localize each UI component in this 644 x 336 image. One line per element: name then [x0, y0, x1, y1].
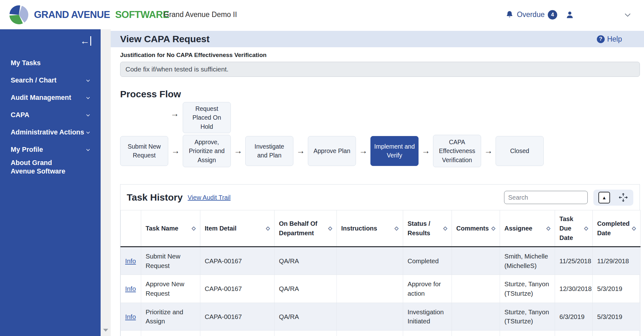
info-link[interactable]: Info — [125, 313, 136, 320]
flow-arrow-icon: → — [419, 146, 433, 156]
sidebar-item-capa[interactable]: CAPA — [11, 106, 91, 124]
user-icon[interactable] — [565, 10, 574, 19]
column-header-completed-date[interactable]: Completed Date◇ — [593, 210, 641, 247]
cell-assignee: Ivey, Jim (Jivey) — [500, 331, 555, 336]
flow-step-capa-effectiveness-verification: CAPA Effectiveness Verification — [433, 135, 481, 167]
cell-status: Investigation Initiated — [403, 303, 452, 330]
table-tools: ▲ — [593, 190, 633, 206]
sidebar-item-my-tasks[interactable]: My Tasks — [11, 54, 91, 72]
chevron-down-icon — [85, 95, 91, 101]
flow-arrow-icon: → — [356, 146, 370, 156]
info-link[interactable]: Info — [125, 257, 136, 265]
move-icon[interactable] — [618, 192, 628, 202]
logo-text: GRAND AVENUE SOFTWARE — [34, 9, 169, 20]
logo-globe-icon — [9, 5, 29, 25]
flow-arrow-icon: → — [481, 146, 496, 156]
chevron-down-icon[interactable] — [623, 10, 632, 19]
table-header-row: Task Name◇ Item Detail◇ On Behalf Of Dep… — [121, 210, 641, 247]
cell-assignee: Sturtze, Tanyon (TSturtze) — [500, 275, 555, 303]
justification-input[interactable] — [120, 62, 640, 77]
cell-instructions — [337, 247, 403, 275]
collapse-table-button[interactable]: ▲ — [598, 192, 610, 203]
justification-label: Justification for No CAPA Effectiveness … — [120, 52, 639, 59]
chevron-down-icon — [85, 129, 91, 136]
sidebar-item-search-chart[interactable]: Search / Chart — [11, 72, 91, 89]
view-audit-trail-link[interactable]: View Audit Trail — [188, 194, 230, 201]
help-link[interactable]: ? Help — [597, 35, 622, 43]
cell-comments — [452, 247, 500, 275]
sidebar-item-my-profile[interactable]: My Profile — [11, 141, 91, 158]
bell-icon — [505, 10, 514, 19]
column-header-info — [121, 210, 141, 247]
overdue-label: Overdue — [517, 10, 545, 19]
flow-step-approve-plan: Approve Plan — [308, 136, 356, 166]
cell-comments — [452, 303, 500, 330]
cell-item-detail: CAPA-00167 — [200, 331, 275, 336]
cell-item-detail: CAPA-00167 — [200, 275, 275, 303]
cell-status: Completed — [403, 331, 452, 336]
sort-icon: ◇ — [632, 225, 636, 232]
cell-item-detail: CAPA-00167 — [200, 247, 275, 275]
process-flow-title: Process Flow — [120, 89, 639, 100]
cell-task-name: Investigate — [141, 331, 200, 336]
cell-completed-date: 5/3/2019 — [593, 303, 641, 330]
cell-status: Completed — [403, 247, 452, 275]
cell-task-name: Prioritize and Assign — [141, 303, 200, 330]
sidebar-collapse-icon[interactable]: ← — [80, 36, 91, 46]
process-flow-diagram: → Request Placed On Hold Submit New Requ… — [120, 102, 639, 167]
page-title: View CAPA Request — [120, 34, 210, 44]
logo-text-software: SOFTWARE — [115, 9, 169, 20]
column-header-task-due-date[interactable]: Task Due Date◇ — [555, 210, 593, 247]
cell-status: Approve for action — [403, 275, 452, 303]
table-row: Info Investigate CAPA-00167 Purchasing C… — [121, 331, 641, 336]
cell-department: QA/RA — [275, 275, 337, 303]
column-header-instructions[interactable]: Instructions◇ — [337, 210, 403, 247]
sidebar-item-administrative-actions[interactable]: Administrative Actions — [11, 124, 91, 141]
column-header-on-behalf-of-department[interactable]: On Behalf Of Department◇ — [275, 210, 337, 247]
sidebar-scrollbar[interactable] — [101, 29, 111, 336]
sort-icon: ◇ — [328, 225, 332, 232]
sort-icon: ◇ — [547, 225, 550, 232]
overdue-notifications[interactable]: Overdue 4 — [505, 10, 557, 20]
help-question-icon: ? — [597, 35, 605, 43]
cell-comments — [452, 275, 500, 303]
flow-step-submit-new-request: Submit New Request — [120, 136, 168, 166]
main-content: View CAPA Request ? Help Justification f… — [111, 29, 644, 336]
scrollbar-down-arrow-icon[interactable] — [103, 329, 108, 332]
flow-arrow-icon: → — [231, 146, 245, 156]
sort-icon: ◇ — [266, 225, 270, 232]
flow-step-closed: Closed — [496, 136, 544, 166]
column-header-status-results[interactable]: Status / Results◇ — [403, 210, 452, 247]
cell-completed-date: 5/27/2020 — [593, 331, 641, 336]
top-right-controls: Overdue 4 — [505, 10, 635, 20]
cell-due-date: 8/15/2019 — [555, 331, 593, 336]
sort-icon: ◇ — [443, 225, 447, 232]
cell-instructions — [337, 331, 403, 336]
chevron-down-icon — [85, 77, 91, 84]
cell-assignee: Sturtze, Tanyon (TSturtze) — [500, 303, 555, 330]
flow-step-approve-prioritize-assign: Approve, Prioritize and Assign — [183, 135, 231, 167]
task-history-table: Task Name◇ Item Detail◇ On Behalf Of Dep… — [120, 210, 641, 336]
column-header-assignee[interactable]: Assignee◇ — [500, 210, 555, 247]
task-history-title: Task History — [127, 192, 183, 203]
chevron-down-icon — [85, 112, 91, 118]
flow-step-implement-and-verify-active: Implement and Verify — [370, 136, 419, 166]
sidebar-nav: My Tasks Search / Chart Audit Management… — [0, 54, 101, 176]
sidebar-item-about[interactable]: About Grand Avenue Software — [11, 158, 91, 176]
sidebar-item-audit-management[interactable]: Audit Management — [11, 89, 91, 106]
cell-task-name: Submit New Request — [141, 247, 200, 275]
sort-icon: ◇ — [192, 225, 196, 232]
logo-text-grand-avenue: GRAND AVENUE — [34, 9, 110, 20]
chevron-down-icon — [85, 147, 91, 153]
page-header-band: View CAPA Request ? Help — [111, 31, 644, 47]
flow-step-request-placed-on-hold: Request Placed On Hold — [183, 102, 231, 133]
overdue-count-badge: 4 — [548, 10, 557, 20]
cell-task-name: Approve New Request — [141, 275, 200, 303]
table-row: Info Approve New Request CAPA-00167 QA/R… — [121, 275, 641, 303]
info-link[interactable]: Info — [125, 285, 136, 292]
column-header-item-detail[interactable]: Item Detail◇ — [200, 210, 275, 247]
column-header-task-name[interactable]: Task Name◇ — [141, 210, 200, 247]
column-header-comments[interactable]: Comments◇ — [452, 210, 500, 247]
search-input[interactable] — [504, 191, 588, 204]
cell-department: Purchasing — [275, 331, 337, 336]
